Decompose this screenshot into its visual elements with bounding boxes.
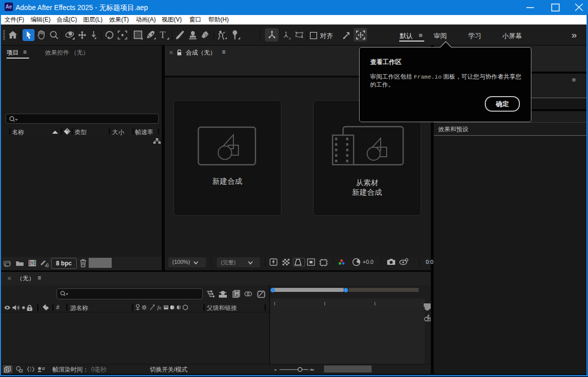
svg-text:T: T: [160, 30, 166, 40]
svg-text:fx: fx: [157, 304, 161, 310]
